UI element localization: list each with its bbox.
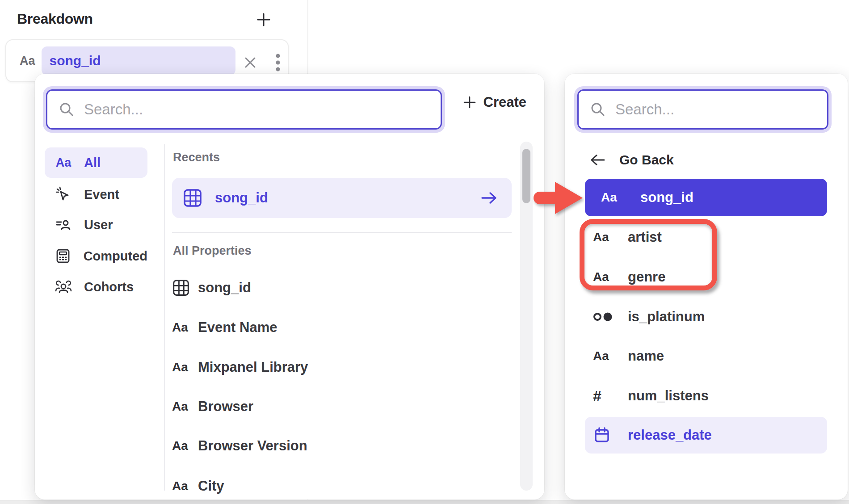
create-button-label: Create (483, 94, 527, 110)
app-canvas: Breakdown Aa song_id (0, 0, 849, 504)
table-icon (172, 279, 198, 297)
category-label: User (84, 218, 113, 232)
text-type-icon: Aa (593, 230, 616, 244)
property-row-browser-version[interactable]: Aa Browser Version (172, 431, 503, 461)
text-type-icon: Aa (172, 479, 198, 493)
back-arrow-icon (589, 153, 606, 167)
sidebar-divider (164, 144, 165, 491)
search-input[interactable] (615, 101, 827, 118)
kebab-menu-icon (275, 53, 281, 72)
field-label: num_listens (628, 388, 709, 404)
add-breakdown-button[interactable] (254, 10, 273, 29)
text-type-icon: Aa (172, 360, 198, 374)
field-label: artist (628, 229, 662, 245)
table-icon (183, 188, 202, 208)
property-row-city[interactable]: Aa City (172, 471, 503, 501)
property-label: Mixpanel Library (198, 359, 308, 375)
breakdown-section-title: Breakdown (17, 11, 93, 27)
property-label: song_id (198, 280, 251, 296)
text-type-icon: Aa (172, 439, 198, 453)
breakdown-chip-value: song_id (50, 53, 101, 68)
search-input[interactable] (84, 101, 441, 118)
event-cursor-icon (55, 186, 72, 202)
category-label: Event (84, 187, 119, 202)
calendar-icon (593, 426, 616, 444)
search-focus-ring (574, 86, 832, 133)
category-label: Computed (84, 249, 147, 264)
property-label: City (198, 478, 224, 494)
property-label: Browser (198, 399, 253, 415)
breakdown-chip[interactable]: song_id (42, 46, 235, 75)
go-back-label: Go Back (619, 152, 674, 168)
field-row-song-id[interactable]: Aa song_id (585, 179, 827, 216)
category-label: Cohorts (84, 280, 134, 294)
text-type-icon: Aa (172, 320, 198, 335)
number-type-icon: # (593, 387, 616, 405)
recents-header: Recents (173, 151, 220, 164)
create-property-button[interactable]: Create (463, 94, 527, 110)
property-picker-popover: Create Aa All Event U (35, 74, 544, 500)
field-row-name[interactable]: Aa name (585, 342, 777, 370)
text-type-icon: Aa (593, 349, 616, 363)
user-icon (55, 217, 72, 233)
list-divider (172, 232, 512, 233)
category-tab-all[interactable]: Aa All (45, 147, 147, 178)
field-row-release-date[interactable]: release_date (585, 417, 827, 454)
property-label: Event Name (198, 319, 277, 336)
property-row-event-name[interactable]: Aa Event Name (172, 313, 503, 342)
panel-divider (307, 0, 308, 76)
property-row-song-id[interactable]: song_id (172, 273, 503, 302)
search-field-wrap (577, 89, 828, 130)
property-label: Browser Version (198, 438, 307, 454)
boolean-type-icon (593, 311, 616, 323)
drilldown-arrow-icon (480, 191, 498, 205)
property-row-browser[interactable]: Aa Browser (172, 392, 503, 421)
text-type-icon: Aa (593, 270, 616, 284)
cohorts-people-icon (55, 279, 72, 295)
property-value-popover: Go Back Aa song_id Aa artist Aa genre is… (565, 74, 848, 500)
scrollbar-thumb[interactable] (522, 149, 530, 203)
remove-breakdown-button[interactable] (240, 53, 260, 72)
text-type-icon: Aa (172, 399, 198, 414)
calculator-icon (55, 248, 72, 264)
category-tab-cohorts[interactable]: Cohorts (45, 272, 147, 302)
search-icon (590, 102, 605, 117)
field-label: name (628, 348, 664, 364)
field-label: is_platinum (628, 309, 705, 325)
field-row-num-listens[interactable]: # num_listens (585, 382, 777, 410)
plus-icon (463, 96, 476, 109)
category-label: All (84, 155, 101, 170)
field-row-artist[interactable]: Aa artist (585, 223, 777, 251)
field-label: genre (628, 269, 665, 285)
go-back-button[interactable]: Go Back (589, 152, 674, 168)
field-label: song_id (640, 189, 693, 206)
category-tab-event[interactable]: Event (45, 179, 147, 210)
search-field-wrap (46, 89, 442, 130)
annotation-red-arrow-icon (530, 177, 589, 219)
recent-item-label: song_id (215, 190, 480, 206)
category-tab-user[interactable]: User (45, 210, 147, 240)
text-type-icon: Aa (601, 190, 624, 205)
field-row-is-platinum[interactable]: is_platinum (585, 303, 777, 331)
close-icon (243, 55, 257, 70)
search-focus-ring (43, 86, 445, 133)
category-tab-computed[interactable]: Computed (45, 241, 147, 271)
plus-icon (256, 12, 271, 27)
search-icon (59, 102, 74, 117)
recent-item-song-id[interactable]: song_id (172, 178, 512, 218)
property-row-mixpanel-library[interactable]: Aa Mixpanel Library (172, 353, 503, 382)
breakdown-options-button[interactable] (268, 53, 288, 72)
field-row-genre[interactable]: Aa genre (585, 263, 777, 291)
field-label: release_date (628, 427, 712, 443)
text-type-icon: Aa (55, 156, 72, 170)
all-properties-header: All Properties (173, 244, 252, 258)
string-type-icon: Aa (20, 54, 35, 68)
